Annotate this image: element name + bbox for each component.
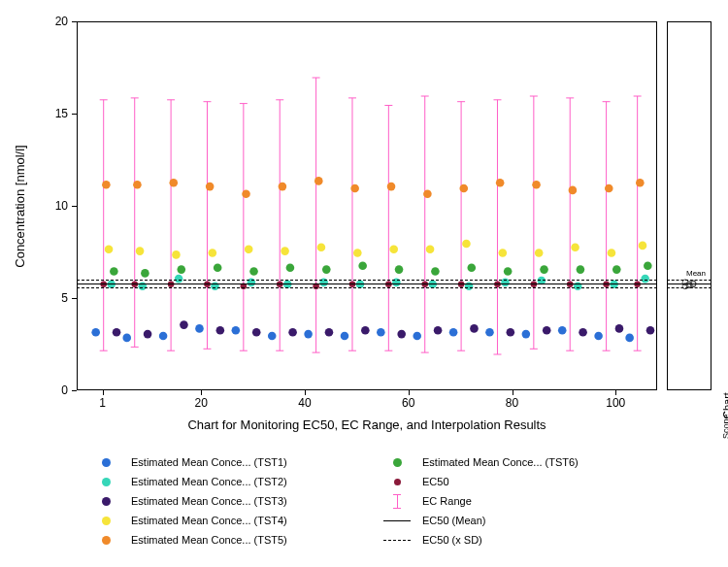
svg-point-52 xyxy=(232,326,241,335)
svg-point-93 xyxy=(579,328,587,337)
svg-point-120 xyxy=(387,183,396,191)
side-ec50-mean-line xyxy=(667,284,711,284)
y-tick-label: 0 xyxy=(29,384,68,397)
svg-point-102 xyxy=(317,244,326,252)
y-axis-title: Concentration [nmol/l] xyxy=(10,21,29,390)
svg-point-55 xyxy=(341,332,349,341)
svg-point-139 xyxy=(504,267,513,276)
legend-label: Estimated Mean Conce... (TST3) xyxy=(131,495,287,507)
legend-item-tst1: Estimated Mean Conce... (TST1) xyxy=(90,452,381,472)
svg-point-109 xyxy=(571,244,579,252)
svg-point-127 xyxy=(636,179,645,187)
svg-point-126 xyxy=(605,184,613,193)
svg-point-99 xyxy=(209,249,217,257)
legend-label: Estimated Mean Conce... (TST2) xyxy=(131,476,287,487)
legend-label: EC50 xyxy=(422,476,449,487)
svg-point-111 xyxy=(639,242,647,250)
svg-point-92 xyxy=(543,326,551,335)
side-mean-label: Mean xyxy=(686,269,706,278)
y-axis-label: Concentration [nmol/l] xyxy=(13,145,27,267)
svg-point-119 xyxy=(350,184,359,193)
legend-item-ec50mean: EC50 (Mean) xyxy=(381,511,644,530)
svg-point-142 xyxy=(612,265,621,274)
legend-label: Estimated Mean Conce... (TST4) xyxy=(131,515,287,526)
legend: Estimated Mean Conce... (TST1)Estimated … xyxy=(90,452,644,559)
legend-item-ecrange: EC Range xyxy=(381,491,644,511)
svg-point-135 xyxy=(358,262,367,271)
svg-point-110 xyxy=(608,249,616,257)
svg-point-58 xyxy=(449,328,458,337)
svg-point-84 xyxy=(252,328,261,337)
svg-point-91 xyxy=(507,328,515,337)
svg-point-87 xyxy=(361,326,370,335)
svg-point-85 xyxy=(288,328,297,337)
svg-point-118 xyxy=(314,177,323,185)
svg-point-96 xyxy=(105,245,114,253)
svg-point-98 xyxy=(172,250,181,259)
svg-point-140 xyxy=(540,265,548,274)
legend-item-ec50sd: EC50 (x SD) xyxy=(381,530,644,550)
legend-label: EC50 (x SD) xyxy=(422,534,482,546)
x-tick-label: 100 xyxy=(601,396,630,410)
svg-point-95 xyxy=(646,326,655,335)
svg-point-123 xyxy=(496,179,505,187)
svg-point-88 xyxy=(397,330,406,339)
side-plot-area xyxy=(668,22,711,389)
svg-point-106 xyxy=(462,240,471,249)
legend-column-2: Estimated Mean Conce... (TST6)EC50EC Ran… xyxy=(381,452,644,550)
svg-point-105 xyxy=(426,245,435,253)
x-tick-label: 40 xyxy=(290,396,319,410)
svg-point-49 xyxy=(122,334,131,343)
side-x-tick: Chart xyxy=(716,395,728,411)
svg-point-62 xyxy=(594,332,603,341)
svg-point-90 xyxy=(470,324,479,333)
legend-item-tst2: Estimated Mean Conce... (TST2) xyxy=(90,472,381,491)
svg-point-130 xyxy=(177,265,185,274)
x-tick-label: 1 xyxy=(88,396,117,410)
ec50-sd-high-line xyxy=(77,280,657,281)
side-ec50-sd-low-line xyxy=(667,287,711,288)
plot-area xyxy=(78,22,656,389)
svg-point-131 xyxy=(214,263,222,272)
svg-point-86 xyxy=(325,328,334,337)
svg-point-122 xyxy=(459,184,468,193)
svg-point-112 xyxy=(102,181,111,189)
svg-point-115 xyxy=(206,183,215,191)
legend-label: Estimated Mean Conce... (TST1) xyxy=(131,456,287,468)
svg-point-129 xyxy=(141,269,149,278)
legend-label: Estimated Mean Conce... (TST5) xyxy=(131,534,287,546)
svg-point-107 xyxy=(499,249,508,257)
svg-point-121 xyxy=(423,189,432,198)
ec50-sd-low-line xyxy=(77,287,657,288)
svg-point-80 xyxy=(113,328,121,337)
svg-point-141 xyxy=(577,265,585,274)
svg-point-83 xyxy=(216,326,225,335)
legend-column-1: Estimated Mean Conce... (TST1)Estimated … xyxy=(90,452,381,550)
svg-point-59 xyxy=(485,328,494,337)
svg-point-133 xyxy=(286,263,295,272)
svg-point-101 xyxy=(281,247,289,255)
legend-item-tst3: Estimated Mean Conce... (TST3) xyxy=(90,491,381,511)
svg-point-82 xyxy=(180,320,188,329)
y-tick-label: 20 xyxy=(29,15,68,28)
svg-point-114 xyxy=(169,179,178,187)
svg-point-137 xyxy=(431,267,440,276)
svg-point-138 xyxy=(467,263,476,272)
svg-point-89 xyxy=(434,326,443,335)
y-tick-label: 15 xyxy=(29,107,68,120)
svg-point-132 xyxy=(249,267,258,276)
svg-point-103 xyxy=(353,249,362,257)
svg-point-116 xyxy=(242,189,250,198)
legend-item-ec50: EC50 xyxy=(381,472,644,491)
svg-point-97 xyxy=(136,247,145,255)
legend-item-tst5: Estimated Mean Conce... (TST5) xyxy=(90,530,381,550)
chart-root: Concentration [nmol/l] 05101520 12040608… xyxy=(0,0,728,567)
svg-point-56 xyxy=(377,328,385,337)
main-plot-panel xyxy=(77,21,657,390)
svg-point-51 xyxy=(195,324,204,333)
svg-point-94 xyxy=(615,324,624,333)
legend-label: EC50 (Mean) xyxy=(422,515,485,526)
x-axis-title: Chart for Monitoring EC50, EC Range, and… xyxy=(77,417,657,432)
legend-label: Estimated Mean Conce... (TST6) xyxy=(422,456,579,468)
svg-point-60 xyxy=(522,330,531,339)
